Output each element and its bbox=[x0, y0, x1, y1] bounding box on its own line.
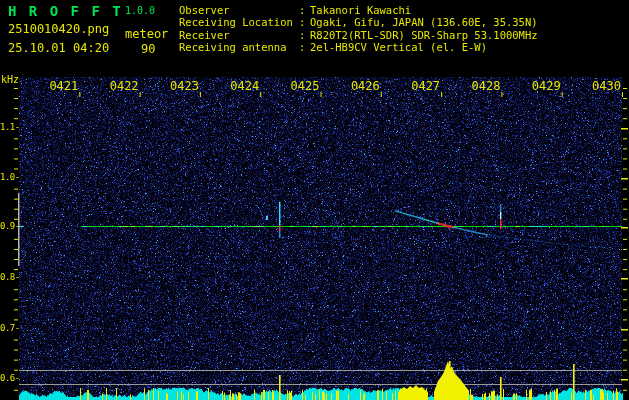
time-tick-label: 0423 bbox=[167, 80, 199, 92]
time-tick-label: 0428 bbox=[468, 80, 500, 92]
time-tick-label: 0427 bbox=[408, 80, 440, 92]
info-separator: : bbox=[299, 29, 310, 41]
info-separator: : bbox=[299, 41, 310, 53]
info-separator: : bbox=[299, 4, 310, 16]
time-tick-label: 0430 bbox=[589, 80, 621, 92]
app-version: 1.0.0 bbox=[125, 6, 155, 16]
time-tick-label: 0424 bbox=[227, 80, 259, 92]
freq-tick-label: 0.9- bbox=[0, 222, 20, 231]
freq-tick-label: 0.6- bbox=[0, 374, 20, 383]
info-separator: : bbox=[299, 16, 310, 28]
hrofft-output-screen: H R O F F T 1.0.0 2510010420.png meteor … bbox=[0, 0, 629, 400]
time-tick-label: 0421 bbox=[46, 80, 78, 92]
time-tick-label: 0425 bbox=[288, 80, 320, 92]
observation-datetime: 25.10.01 04:20 bbox=[8, 42, 109, 54]
time-tick-label: 0429 bbox=[529, 80, 561, 92]
info-label: Receiving Location bbox=[179, 16, 299, 28]
time-tick-label: 0426 bbox=[348, 80, 380, 92]
output-filename: 2510010420.png bbox=[8, 23, 109, 35]
station-info-block: Observer:Takanori KawachiReceiving Locat… bbox=[179, 4, 538, 54]
freq-tick-label: 1.0- bbox=[0, 173, 20, 182]
info-value: Ogaki, Gifu, JAPAN (136.60E, 35.35N) bbox=[310, 16, 538, 28]
freq-axis-unit: kHz bbox=[1, 75, 19, 85]
freq-tick-label: 0.7- bbox=[0, 324, 20, 333]
info-value: R820T2(RTL-SDR) SDR-Sharp 53.1000MHz bbox=[310, 29, 538, 41]
info-label: Observer bbox=[179, 4, 299, 16]
station-info-row: Receiver:R820T2(RTL-SDR) SDR-Sharp 53.10… bbox=[179, 29, 538, 41]
station-info-row: Receiving Location:Ogaki, Gifu, JAPAN (1… bbox=[179, 16, 538, 28]
info-value: Takanori Kawachi bbox=[310, 4, 411, 16]
info-value: 2el-HB9CV Vertical (el. E-W) bbox=[310, 41, 487, 53]
station-info-row: Observer:Takanori Kawachi bbox=[179, 4, 538, 16]
info-label: Receiver bbox=[179, 29, 299, 41]
info-label: Receiving antenna bbox=[179, 41, 299, 53]
station-info-row: Receiving antenna:2el-HB9CV Vertical (el… bbox=[179, 41, 538, 53]
level-value: 90 bbox=[141, 43, 155, 55]
time-tick-label: 0422 bbox=[107, 80, 139, 92]
app-title: H R O F F T bbox=[8, 4, 123, 18]
spectrogram-canvas bbox=[0, 0, 629, 400]
freq-tick-label: 0.8- bbox=[0, 273, 20, 282]
freq-tick-label: 1.1- bbox=[0, 123, 20, 132]
mode-label: meteor bbox=[125, 28, 168, 40]
